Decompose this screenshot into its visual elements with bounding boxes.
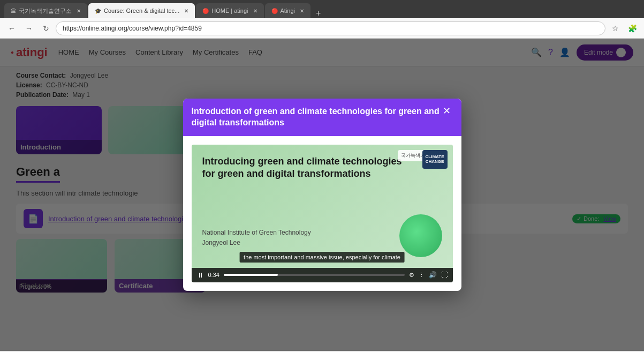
address-bar[interactable]	[56, 21, 605, 35]
tab2-favicon: 🎓	[95, 8, 101, 14]
video-thumbnail: Introducing green and climate technologi…	[192, 145, 453, 268]
modal-overlay: Introduction of green and climate techno…	[0, 39, 644, 351]
tab3-favicon: 🔴	[202, 8, 209, 14]
forward-button[interactable]: →	[21, 21, 36, 36]
modal-header: Introduction of green and climate techno…	[183, 99, 461, 136]
page-content: ● atingi HOME My Courses Content Library…	[0, 39, 644, 351]
video-title-line1: Introducing green and climate technologi…	[202, 156, 402, 167]
video-org: National Institute of Green Technology	[202, 229, 311, 236]
modal-dialog: Introduction of green and climate techno…	[183, 99, 461, 291]
modal-close-button[interactable]: ✕	[441, 106, 453, 116]
tab1-label: 국가녹색기술연구소	[19, 7, 72, 15]
tab2-close[interactable]: ✕	[184, 8, 188, 14]
modal-title: Introduction of green and climate techno…	[192, 106, 441, 129]
time-display: 0:34	[208, 272, 219, 278]
tab3-close[interactable]: ✕	[253, 8, 257, 14]
browser-tab-3[interactable]: 🔴 HOME | atingi ✕	[196, 3, 263, 18]
tab4-label: Atingi	[281, 8, 296, 14]
refresh-button[interactable]: ↻	[39, 21, 54, 36]
pause-button[interactable]: ⏸	[197, 271, 204, 279]
settings-button[interactable]: ⚙	[409, 272, 414, 279]
climate-badge: CLIMATECHANGE	[422, 150, 448, 169]
browser-tab-bar: 🏛 국가녹색기술연구소 ✕ 🎓 Course: Green & digital …	[0, 0, 644, 18]
tab2-label: Course: Green & digital tec...	[104, 8, 179, 14]
back-button[interactable]: ←	[4, 21, 19, 36]
new-tab-button[interactable]: +	[312, 9, 325, 18]
tab4-close[interactable]: ✕	[300, 8, 304, 14]
video-player: Introducing green and climate technologi…	[192, 145, 453, 282]
tab4-favicon: 🔴	[271, 8, 278, 14]
video-subtitle: the most important and massive issue, es…	[239, 252, 405, 263]
globe-graphic	[399, 214, 442, 257]
bookmark-button[interactable]: ☆	[608, 21, 623, 36]
tab1-favicon: 🏛	[11, 8, 16, 14]
volume-button[interactable]: 🔊	[429, 271, 437, 279]
browser-tab-1[interactable]: 🏛 국가녹색기술연구소 ✕	[4, 3, 87, 18]
browser-toolbar: ← → ↻ ☆ 🧩	[0, 18, 644, 39]
video-author: Jongyeol Lee	[202, 239, 240, 246]
tab1-close[interactable]: ✕	[77, 8, 81, 14]
extensions-button[interactable]: 🧩	[625, 21, 640, 36]
tab3-label: HOME | atingi	[211, 8, 248, 14]
more-button[interactable]: ⋮	[419, 272, 425, 279]
video-progress-track[interactable]	[224, 274, 405, 276]
video-title-line2: for green and digital transformations	[202, 168, 371, 179]
video-progress-fill	[224, 274, 278, 276]
fullscreen-button[interactable]: ⛶	[441, 271, 448, 279]
browser-tab-2[interactable]: 🎓 Course: Green & digital tec... ✕	[88, 3, 195, 18]
video-controls-bar: ⏸ 0:34 ⚙ ⋮ 🔊 ⛶	[192, 268, 453, 282]
browser-tab-4[interactable]: 🔴 Atingi ✕	[265, 3, 311, 18]
modal-body: Introducing green and climate technologi…	[183, 136, 461, 291]
